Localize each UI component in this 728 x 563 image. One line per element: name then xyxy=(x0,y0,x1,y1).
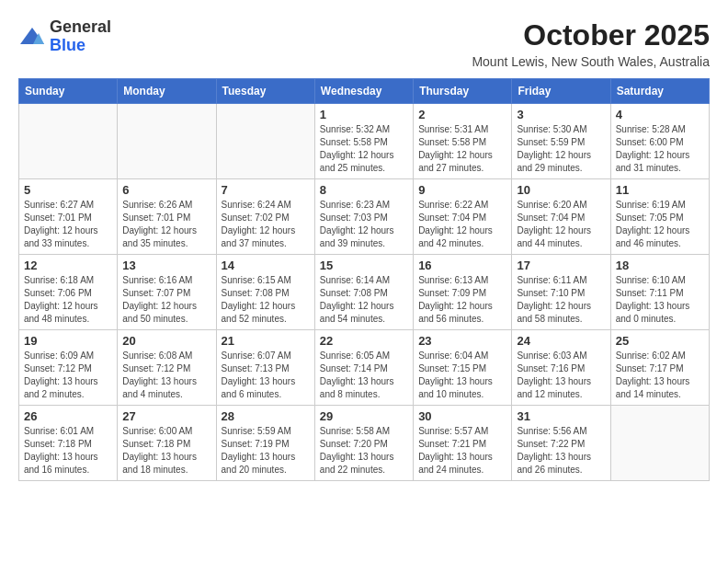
calendar-cell xyxy=(19,104,118,179)
day-number: 26 xyxy=(24,409,112,423)
calendar-cell: 25Sunrise: 6:02 AM Sunset: 7:17 PM Dayli… xyxy=(610,330,709,406)
day-info: Sunrise: 6:22 AM Sunset: 7:04 PM Dayligh… xyxy=(418,199,506,250)
calendar-cell: 14Sunrise: 6:15 AM Sunset: 7:08 PM Dayli… xyxy=(216,255,314,330)
weekday-header: Sunday xyxy=(19,79,118,104)
day-info: Sunrise: 5:56 AM Sunset: 7:22 PM Dayligh… xyxy=(517,425,605,477)
day-number: 24 xyxy=(517,334,605,348)
day-number: 18 xyxy=(616,259,704,272)
title-area: October 2025 Mount Lewis, New South Wale… xyxy=(472,18,710,69)
day-info: Sunrise: 6:18 AM Sunset: 7:06 PM Dayligh… xyxy=(24,274,112,326)
calendar-cell: 19Sunrise: 6:09 AM Sunset: 7:12 PM Dayli… xyxy=(19,330,118,406)
day-number: 7 xyxy=(222,183,310,197)
weekday-header: Saturday xyxy=(610,79,709,104)
day-info: Sunrise: 6:08 AM Sunset: 7:12 PM Dayligh… xyxy=(122,350,210,401)
logo-general: General xyxy=(50,17,111,36)
day-number: 3 xyxy=(517,108,605,121)
day-number: 22 xyxy=(320,334,408,348)
weekday-row: SundayMondayTuesdayWednesdayThursdayFrid… xyxy=(19,79,710,104)
day-number: 15 xyxy=(320,259,408,272)
calendar-cell: 3Sunrise: 5:30 AM Sunset: 5:59 PM Daylig… xyxy=(512,104,610,179)
weekday-header: Wednesday xyxy=(314,79,413,104)
calendar-cell: 11Sunrise: 6:19 AM Sunset: 7:05 PM Dayli… xyxy=(610,179,709,255)
calendar-cell: 7Sunrise: 6:24 AM Sunset: 7:02 PM Daylig… xyxy=(216,179,314,255)
calendar-cell: 2Sunrise: 5:31 AM Sunset: 5:58 PM Daylig… xyxy=(414,104,512,179)
calendar-cell: 24Sunrise: 6:03 AM Sunset: 7:16 PM Dayli… xyxy=(512,330,610,406)
day-info: Sunrise: 6:19 AM Sunset: 7:05 PM Dayligh… xyxy=(616,199,704,250)
calendar-cell: 26Sunrise: 6:01 AM Sunset: 7:18 PM Dayli… xyxy=(19,406,118,481)
day-number: 9 xyxy=(418,183,506,197)
calendar-cell: 23Sunrise: 6:04 AM Sunset: 7:15 PM Dayli… xyxy=(414,330,512,406)
day-number: 19 xyxy=(24,334,112,348)
day-info: Sunrise: 6:09 AM Sunset: 7:12 PM Dayligh… xyxy=(24,350,112,401)
calendar-week: 26Sunrise: 6:01 AM Sunset: 7:18 PM Dayli… xyxy=(19,406,710,481)
calendar-cell: 5Sunrise: 6:27 AM Sunset: 7:01 PM Daylig… xyxy=(19,179,118,255)
day-info: Sunrise: 6:07 AM Sunset: 7:13 PM Dayligh… xyxy=(222,350,310,401)
calendar-cell xyxy=(118,104,216,179)
day-number: 17 xyxy=(517,259,605,272)
day-info: Sunrise: 5:59 AM Sunset: 7:19 PM Dayligh… xyxy=(222,425,310,477)
day-number: 31 xyxy=(517,409,605,423)
day-info: Sunrise: 6:16 AM Sunset: 7:07 PM Dayligh… xyxy=(122,274,210,326)
day-number: 11 xyxy=(616,183,704,197)
calendar-cell: 1Sunrise: 5:32 AM Sunset: 5:58 PM Daylig… xyxy=(314,104,413,179)
calendar-body: 1Sunrise: 5:32 AM Sunset: 5:58 PM Daylig… xyxy=(19,104,710,481)
day-info: Sunrise: 6:24 AM Sunset: 7:02 PM Dayligh… xyxy=(222,199,310,250)
calendar-week: 1Sunrise: 5:32 AM Sunset: 5:58 PM Daylig… xyxy=(19,104,710,179)
day-number: 5 xyxy=(24,183,112,197)
day-info: Sunrise: 5:28 AM Sunset: 6:00 PM Dayligh… xyxy=(616,123,704,175)
day-info: Sunrise: 6:14 AM Sunset: 7:08 PM Dayligh… xyxy=(320,274,408,326)
calendar-cell: 31Sunrise: 5:56 AM Sunset: 7:22 PM Dayli… xyxy=(512,406,610,481)
day-number: 21 xyxy=(222,334,310,348)
day-info: Sunrise: 6:27 AM Sunset: 7:01 PM Dayligh… xyxy=(24,199,112,250)
logo-icon xyxy=(18,26,46,48)
calendar-cell xyxy=(216,104,314,179)
calendar-cell xyxy=(610,406,709,481)
calendar-cell: 27Sunrise: 6:00 AM Sunset: 7:18 PM Dayli… xyxy=(118,406,216,481)
calendar-cell: 29Sunrise: 5:58 AM Sunset: 7:20 PM Dayli… xyxy=(314,406,413,481)
calendar-cell: 9Sunrise: 6:22 AM Sunset: 7:04 PM Daylig… xyxy=(414,179,512,255)
weekday-header: Thursday xyxy=(414,79,512,104)
day-number: 13 xyxy=(122,259,210,272)
weekday-header: Monday xyxy=(118,79,216,104)
day-number: 1 xyxy=(320,108,408,121)
location: Mount Lewis, New South Wales, Australia xyxy=(472,54,710,69)
day-info: Sunrise: 6:00 AM Sunset: 7:18 PM Dayligh… xyxy=(122,425,210,477)
day-number: 10 xyxy=(517,183,605,197)
day-info: Sunrise: 5:31 AM Sunset: 5:58 PM Dayligh… xyxy=(418,123,506,175)
calendar-week: 5Sunrise: 6:27 AM Sunset: 7:01 PM Daylig… xyxy=(19,179,710,255)
calendar-cell: 20Sunrise: 6:08 AM Sunset: 7:12 PM Dayli… xyxy=(118,330,216,406)
calendar-cell: 15Sunrise: 6:14 AM Sunset: 7:08 PM Dayli… xyxy=(314,255,413,330)
day-info: Sunrise: 5:32 AM Sunset: 5:58 PM Dayligh… xyxy=(320,123,408,175)
calendar-cell: 10Sunrise: 6:20 AM Sunset: 7:04 PM Dayli… xyxy=(512,179,610,255)
calendar-cell: 12Sunrise: 6:18 AM Sunset: 7:06 PM Dayli… xyxy=(19,255,118,330)
day-info: Sunrise: 6:10 AM Sunset: 7:11 PM Dayligh… xyxy=(616,274,704,326)
day-info: Sunrise: 6:01 AM Sunset: 7:18 PM Dayligh… xyxy=(24,425,112,477)
calendar-header: SundayMondayTuesdayWednesdayThursdayFrid… xyxy=(19,79,710,104)
calendar-cell: 28Sunrise: 5:59 AM Sunset: 7:19 PM Dayli… xyxy=(216,406,314,481)
day-number: 23 xyxy=(418,334,506,348)
day-number: 12 xyxy=(24,259,112,272)
day-info: Sunrise: 6:23 AM Sunset: 7:03 PM Dayligh… xyxy=(320,199,408,250)
day-number: 30 xyxy=(418,409,506,423)
logo: General Blue xyxy=(18,18,111,55)
calendar: SundayMondayTuesdayWednesdayThursdayFrid… xyxy=(18,78,710,481)
day-info: Sunrise: 6:20 AM Sunset: 7:04 PM Dayligh… xyxy=(517,199,605,250)
day-info: Sunrise: 5:30 AM Sunset: 5:59 PM Dayligh… xyxy=(517,123,605,175)
calendar-cell: 8Sunrise: 6:23 AM Sunset: 7:03 PM Daylig… xyxy=(314,179,413,255)
calendar-cell: 13Sunrise: 6:16 AM Sunset: 7:07 PM Dayli… xyxy=(118,255,216,330)
day-number: 25 xyxy=(616,334,704,348)
logo-blue: Blue xyxy=(50,36,85,54)
day-info: Sunrise: 6:03 AM Sunset: 7:16 PM Dayligh… xyxy=(517,350,605,401)
day-number: 4 xyxy=(616,108,704,121)
calendar-cell: 4Sunrise: 5:28 AM Sunset: 6:00 PM Daylig… xyxy=(610,104,709,179)
day-number: 6 xyxy=(122,183,210,197)
calendar-cell: 6Sunrise: 6:26 AM Sunset: 7:01 PM Daylig… xyxy=(118,179,216,255)
calendar-cell: 30Sunrise: 5:57 AM Sunset: 7:21 PM Dayli… xyxy=(414,406,512,481)
day-info: Sunrise: 6:11 AM Sunset: 7:10 PM Dayligh… xyxy=(517,274,605,326)
day-info: Sunrise: 5:57 AM Sunset: 7:21 PM Dayligh… xyxy=(418,425,506,477)
page-header: General Blue October 2025 Mount Lewis, N… xyxy=(18,18,710,69)
month-year: October 2025 xyxy=(472,18,710,52)
calendar-week: 19Sunrise: 6:09 AM Sunset: 7:12 PM Dayli… xyxy=(19,330,710,406)
day-info: Sunrise: 6:15 AM Sunset: 7:08 PM Dayligh… xyxy=(222,274,310,326)
day-info: Sunrise: 6:26 AM Sunset: 7:01 PM Dayligh… xyxy=(122,199,210,250)
